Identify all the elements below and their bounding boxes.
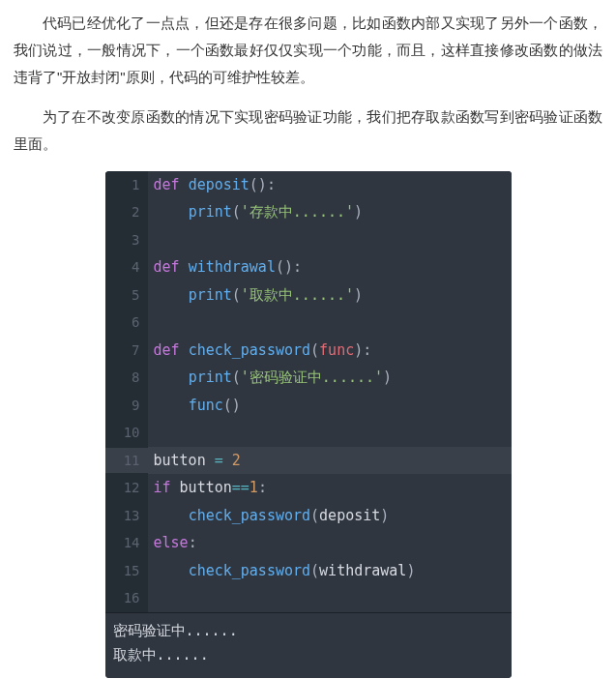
code-line: 11button = 2 (105, 447, 512, 475)
code-line: 14else: (105, 529, 512, 557)
line-number: 13 (105, 503, 148, 529)
code-line: 15 check_password(withdrawal) (105, 557, 512, 585)
line-number: 1 (105, 172, 148, 198)
code-content: button = 2 (148, 447, 512, 475)
code-line: 10 (105, 419, 512, 447)
line-number: 2 (105, 199, 148, 225)
code-content (148, 309, 512, 337)
line-number: 7 (105, 338, 148, 364)
line-number: 6 (105, 310, 148, 336)
code-content: check_password(withdrawal) (148, 557, 512, 585)
code-output: 密码验证中...... 取款中...... (105, 612, 512, 678)
code-line: 6 (105, 309, 512, 337)
intro-paragraph-1: 代码已经优化了一点点，但还是存在很多问题，比如函数内部又实现了另外一个函数，我们… (14, 10, 602, 90)
code-line: 3 (105, 226, 512, 254)
code-content (148, 226, 512, 254)
code-line: 16 (105, 584, 512, 612)
code-line: 8 print('密码验证中......') (105, 364, 512, 392)
line-number: 14 (105, 530, 148, 556)
code-line: 4def withdrawal(): (105, 253, 512, 281)
code-line: 2 print('存款中......') (105, 198, 512, 226)
code-content: def check_password(func): (148, 337, 512, 365)
line-number: 11 (105, 448, 148, 474)
code-content: def withdrawal(): (148, 253, 512, 281)
code-content (148, 419, 512, 447)
code-line: 12if button==1: (105, 474, 512, 502)
code-line: 9 func() (105, 392, 512, 420)
line-number: 3 (105, 227, 148, 253)
code-content: print('取款中......') (148, 281, 512, 310)
line-number: 5 (105, 282, 148, 309)
output-line: 密码验证中...... (113, 619, 504, 644)
line-number: 9 (105, 393, 148, 419)
code-line: 1def deposit(): (105, 171, 512, 199)
line-number: 4 (105, 254, 148, 280)
code-content: check_password(deposit) (148, 502, 512, 530)
code-content: print('存款中......') (148, 198, 512, 226)
code-content (148, 584, 512, 612)
output-line: 取款中...... (113, 643, 504, 668)
code-content: func() (148, 392, 512, 420)
code-block: 1def deposit():2 print('存款中......')3 4de… (105, 171, 512, 678)
code-content: print('密码验证中......') (148, 364, 512, 392)
intro-paragraph-2: 为了在不改变原函数的情况下实现密码验证功能，我们把存取款函数写到密码验证函数里面… (14, 103, 602, 158)
line-number: 8 (105, 365, 148, 391)
code-line: 13 check_password(deposit) (105, 502, 512, 530)
line-number: 10 (105, 420, 148, 446)
code-content: if button==1: (148, 474, 512, 502)
line-number: 16 (105, 585, 148, 611)
code-line: 7def check_password(func): (105, 337, 512, 365)
code-content: def deposit(): (148, 171, 512, 199)
code-content: else: (148, 529, 512, 557)
code-line: 5 print('取款中......') (105, 281, 512, 310)
line-number: 15 (105, 558, 148, 584)
code-editor: 1def deposit():2 print('存款中......')3 4de… (105, 171, 512, 612)
line-number: 12 (105, 475, 148, 501)
